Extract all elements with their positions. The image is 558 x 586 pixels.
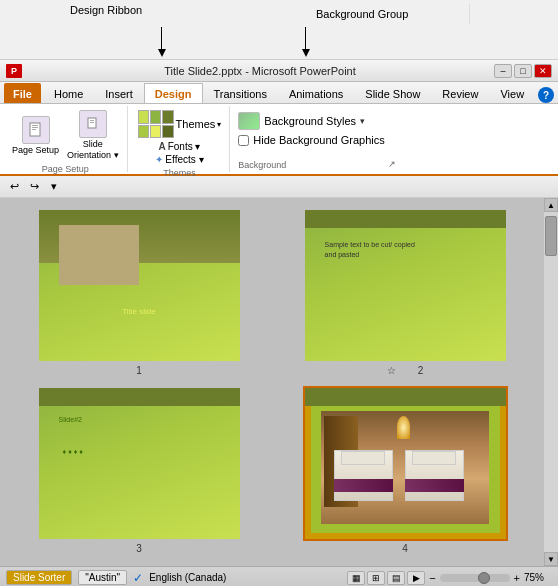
scroll-down-button[interactable]: ▼ [544,552,558,566]
page-setup-button[interactable]: Page Setup [10,114,61,157]
svg-rect-5 [90,120,94,121]
vertical-scrollbar: ▲ ▼ [544,198,558,566]
zoom-in-icon[interactable]: + [514,572,520,584]
status-left: Slide Sorter "Austin" ✓ English (Canada) [6,570,226,585]
svg-rect-2 [32,127,38,128]
close-button[interactable]: ✕ [534,64,552,78]
reading-view-button[interactable]: ▤ [387,571,405,585]
background-group-annotation: Background Group [310,4,470,24]
normal-view-button[interactable]: ▦ [347,571,365,585]
page-setup-group: Page Setup Slide Orientation ▾ Page Setu… [4,106,128,172]
zoom-out-icon[interactable]: − [429,572,435,584]
background-arrow [302,49,310,57]
tab-transitions[interactable]: Transitions [203,83,278,103]
themes-group-label: Themes [163,166,196,178]
fonts-icon: A [158,141,165,152]
window-controls: – □ ✕ [494,64,552,78]
slide-orientation-button[interactable]: Slide Orientation ▾ [65,108,121,162]
design-arrow [158,49,166,57]
tab-review[interactable]: Review [431,83,489,103]
fonts-label: Fonts ▾ [168,141,201,152]
slides-panel: Title slide 1 Sample text to be cut/ cop… [0,198,544,566]
hide-background-checkbox[interactable] [238,135,249,146]
minimize-button[interactable]: – [494,64,512,78]
background-group-label: Background [238,158,286,170]
background-styles-icon [238,112,260,130]
hotel-room-view [321,411,490,524]
slide-cell-2: Sample text to be cut/ copiedand pasted … [276,208,534,378]
effects-button[interactable]: ✦ Effects ▾ [153,153,205,166]
effects-icon: ✦ [155,154,163,165]
bg-arrow-line [305,27,306,49]
slide-orientation-icon [79,110,107,138]
slide-thumb-2[interactable]: Sample text to be cut/ copiedand pasted [303,208,508,363]
language-indicator: English (Canada) [149,572,226,583]
status-right: ▦ ⊞ ▤ ▶ − + 75% [347,571,552,585]
ribbon-tabs: File Home Insert Design Transitions Anim… [0,82,558,104]
slide1-background: Title slide [39,210,240,361]
themes-dropdown-arrow: ▾ [217,120,221,129]
page-setup-group-label: Page Setup [42,162,89,174]
svg-rect-6 [90,122,94,123]
effects-label: Effects ▾ [165,154,203,165]
design-arrow-line [161,27,162,49]
background-styles-button[interactable]: Background Styles ▾ [238,112,365,130]
slide-sorter-button[interactable]: Slide Sorter [6,570,72,585]
tab-file[interactable]: File [4,83,41,103]
customize-button[interactable]: ▾ [46,179,62,195]
slideshow-view-button[interactable]: ▶ [407,571,425,585]
design-ribbon-annotation: Design Ribbon [70,4,142,16]
ribbon-content: Page Setup Slide Orientation ▾ Page Setu… [0,104,558,176]
status-bar: Slide Sorter "Austin" ✓ English (Canada)… [0,566,558,586]
slide-number-1: 1 [136,365,142,376]
main-area: Title slide 1 Sample text to be cut/ cop… [0,198,558,566]
tab-insert[interactable]: Insert [94,83,144,103]
themes-group: Themes ▾ A Fonts ▾ ✦ Effects ▾ Themes [130,106,231,172]
slide2-top-bar [305,210,506,228]
quick-access-toolbar: ↩ ↪ ▾ [0,176,558,198]
zoom-level: 75% [524,572,552,583]
tab-home[interactable]: Home [43,83,94,103]
zoom-slider[interactable] [440,574,510,582]
slide-cell-1: Title slide 1 [10,208,268,378]
tab-slideshow[interactable]: Slide Show [354,83,431,103]
view-buttons: ▦ ⊞ ▤ ▶ [347,571,425,585]
maximize-button[interactable]: □ [514,64,532,78]
background-group-expand[interactable]: ↗ [388,159,396,169]
zoom-thumb [478,572,490,584]
slide3-background: Slide#2 ♦ ♦ ♦ ♦ [39,388,240,539]
slide-orientation-label2: Orientation ▾ [67,150,119,160]
page-setup-label: Page Setup [12,145,59,155]
fonts-button[interactable]: A Fonts ▾ [156,140,202,153]
theme-indicator: "Austin" [78,570,127,585]
slide-thumb-4[interactable]: Slide [303,386,508,541]
svg-rect-3 [32,129,36,130]
slide-number-3: 3 [136,543,142,554]
slide-number-4: 4 [402,543,408,554]
slide1-brown-block [59,225,139,285]
slide-sorter-view-button[interactable]: ⊞ [367,571,385,585]
redo-button[interactable]: ↪ [26,179,42,195]
title-bar-text: Title Slide2.pptx - Microsoft PowerPoint [26,65,494,77]
slide-thumb-3[interactable]: Slide#2 ♦ ♦ ♦ ♦ [37,386,242,541]
annotation-area: Design Ribbon Background Group [0,0,558,60]
background-styles-label: Background Styles [264,115,356,127]
slide4-top-bar [305,388,506,406]
slide-thumb-1[interactable]: Title slide [37,208,242,363]
undo-button[interactable]: ↩ [6,179,22,195]
title-bar: P Title Slide2.pptx - Microsoft PowerPoi… [0,60,558,82]
tab-animations[interactable]: Animations [278,83,354,103]
slide3-bullets-text: ♦ ♦ ♦ ♦ [63,448,83,455]
scroll-thumb[interactable] [545,216,557,256]
tab-view[interactable]: View [489,83,535,103]
slide-orientation-label: Slide [83,139,103,149]
slide-cell-3: Slide#2 ♦ ♦ ♦ ♦ 3 [10,386,268,556]
page-setup-icon [22,116,50,144]
check-icon: ✓ [133,571,143,585]
help-button[interactable]: ? [538,87,554,103]
slide2-background: Sample text to be cut/ copiedand pasted [305,210,506,361]
slide-number-2: ☆ 2 [387,365,424,376]
scroll-up-button[interactable]: ▲ [544,198,558,212]
themes-button[interactable]: Themes ▾ [136,108,224,140]
tab-design[interactable]: Design [144,83,203,103]
